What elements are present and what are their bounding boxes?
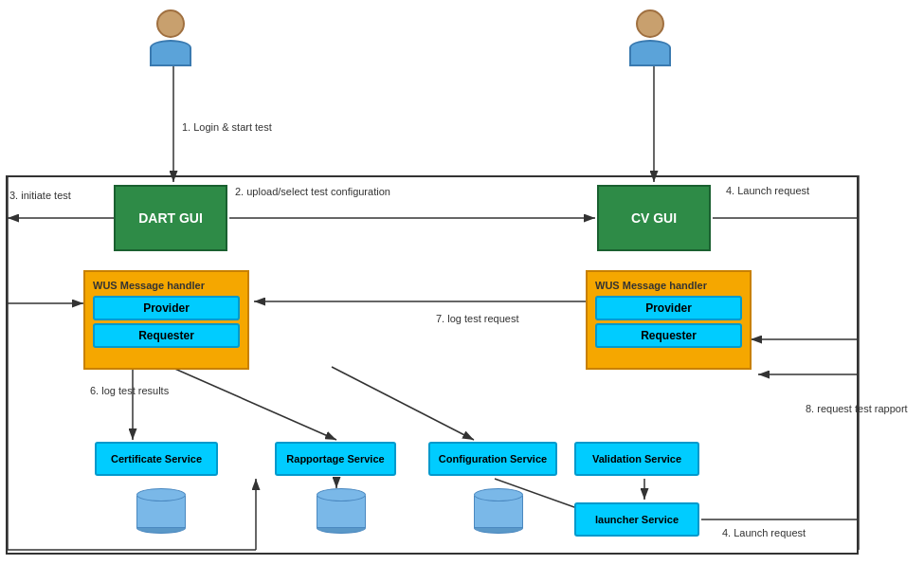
cv-gui-label: CV GUI — [631, 210, 677, 226]
config-service-label: Configuration Service — [439, 453, 547, 465]
config-service: Configuration Service — [428, 442, 557, 476]
person-right-head — [636, 9, 664, 38]
label-initiate: 3. initiate test — [9, 190, 71, 201]
db-rapport-top — [317, 488, 366, 501]
label-upload: 2. upload/select test configuration — [235, 186, 390, 197]
db-cert-top — [136, 488, 186, 501]
launcher-service: launcher Service — [574, 502, 699, 537]
cert-service: Certificate Service — [95, 442, 218, 476]
wus-handler-left: WUS Message handler Provider Requester — [83, 270, 249, 370]
label-launch-request: 4. Launch request — [722, 527, 806, 538]
wus-right-provider: Provider — [595, 296, 742, 320]
wus-right-label: WUS Message handler — [595, 280, 742, 291]
wus-handler-right: WUS Message handler Provider Requester — [586, 270, 752, 370]
diagram: 1. Login & start test 4. Launch request … — [0, 0, 924, 583]
cv-gui: CV GUI — [597, 185, 711, 251]
rapportage-service-label: Rapportage Service — [286, 453, 384, 465]
validation-service: Validation Service — [574, 442, 699, 476]
dart-gui: DART GUI — [114, 185, 227, 251]
rapportage-service: Rapportage Service — [275, 442, 396, 476]
label-request-rapport: 4. Launch request — [726, 185, 809, 196]
person-right — [629, 9, 671, 66]
db-config — [474, 488, 523, 534]
person-left — [150, 9, 191, 66]
db-cert — [136, 488, 186, 534]
wus-left-provider: Provider — [93, 296, 240, 320]
db-rapport — [317, 488, 366, 534]
person-right-body — [629, 40, 671, 66]
person-left-head — [156, 9, 185, 38]
label-log-results: 8. request test rapport — [806, 403, 908, 414]
validation-service-label: Validation Service — [592, 453, 681, 465]
cert-service-label: Certificate Service — [111, 453, 202, 465]
db-config-top — [474, 488, 523, 501]
wus-left-requester: Requester — [93, 323, 240, 348]
dart-gui-label: DART GUI — [138, 210, 203, 226]
person-left-body — [150, 40, 191, 66]
label-send-profiles: 7. log test request — [436, 313, 518, 324]
wus-right-requester: Requester — [595, 323, 742, 348]
label-login: 1. Login & start test — [182, 121, 272, 133]
wus-left-label: WUS Message handler — [93, 280, 240, 291]
launcher-service-label: launcher Service — [595, 514, 679, 525]
label-log-request: 6. log test results — [90, 385, 169, 396]
